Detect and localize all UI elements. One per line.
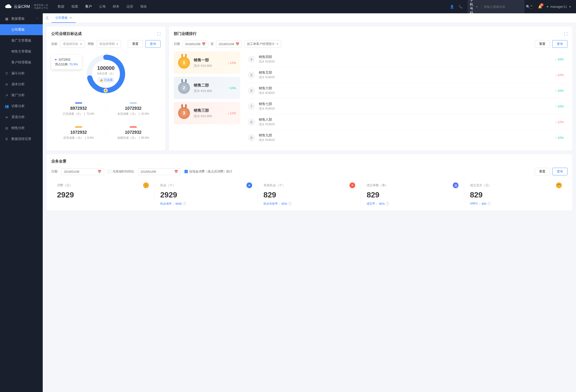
rank-row: 7销售七部流水 ¥19020↑10% — [244, 99, 568, 114]
rank-number: 8 — [248, 119, 255, 126]
phone-icon[interactable]: 📞 — [459, 5, 463, 8]
sidebar-sub-item[interactable]: 推广主管看板 — [0, 35, 43, 46]
kpi-icon: 💳 — [556, 182, 562, 188]
sidebar-item[interactable]: ⎘数据流转记录 — [0, 133, 43, 145]
target-select[interactable]: 请选择目标▼ — [60, 40, 85, 48]
date-to-input[interactable]: 2018/01/08📅 — [216, 41, 242, 48]
kpi-icon: ▤ — [453, 182, 459, 188]
menu-icon: 👥 — [5, 104, 8, 108]
reset-button[interactable]: 重置 — [128, 40, 143, 48]
chevron-down-icon: ▼ — [569, 5, 571, 8]
search-input[interactable] — [484, 5, 523, 8]
menu-icon: ⊙ — [5, 82, 8, 86]
nav-item[interactable]: 数据 — [58, 4, 64, 9]
kpi-icon: ➤ — [246, 182, 252, 188]
panel-target-achievement: 公司业绩目标达成 ⛶ 目标 请选择目标▼ 周期 请选择周期▼ 重置 查询 — [47, 27, 165, 151]
sidebar-item[interactable]: ⊙成本分析 — [0, 79, 43, 90]
stat-cell: 1072932超额完成（元） | 89.9% — [106, 124, 161, 142]
kpi-card: 机会（个）➤2929机会成本：¥948? — [155, 182, 258, 206]
top-header: 云朵CRM 教育机构一站 式服务云平台 数据线索客户公海财务运营报名 👤 📞 手… — [0, 0, 576, 13]
status-dot-icon — [547, 6, 548, 7]
cloud-icon — [5, 4, 12, 9]
rank-row: 8销售八部流水 ¥19020↓12% — [244, 114, 568, 130]
mobile-icon[interactable]: 📱 — [529, 5, 533, 8]
sidebar-group-dashboard[interactable]: ▦数据看板 ⌃ — [0, 13, 43, 24]
menu-collapse-icon[interactable]: ☰ — [46, 16, 49, 20]
compare-date-input[interactable]: 2018/01/08📅 — [138, 168, 181, 175]
arrow-up-icon: ↑ — [555, 58, 557, 61]
tab-company-board[interactable]: 公司看板 ✕ — [52, 13, 76, 23]
reset-button[interactable]: 重置 — [535, 40, 550, 48]
arrow-down-icon: ↓ — [555, 73, 557, 77]
nav-item[interactable]: 运营 — [127, 4, 133, 9]
kpi-icon: 💰 — [143, 182, 149, 188]
stat-type-select[interactable]: 按工单客户经理统计▼ — [244, 40, 281, 48]
help-icon[interactable]: ? — [386, 202, 389, 206]
stat-cell: 1072932未完成量（元） | 20.9% — [106, 100, 161, 118]
expand-icon[interactable]: ⛶ — [564, 32, 568, 36]
medal-icon: 1 — [178, 57, 190, 69]
nav-item[interactable]: 客户 — [85, 4, 92, 9]
chevron-down-icon: ▼ — [80, 43, 82, 45]
arrow-down-icon: ↓ — [555, 120, 557, 124]
nav-item[interactable]: 报名 — [140, 4, 147, 9]
logo-text: 云朵CRM — [14, 4, 30, 9]
rank-number: 9 — [248, 134, 255, 141]
rank-number: 4 — [248, 56, 255, 63]
cash-checkbox[interactable]: ✓按现金消费（返点后消费）统计 — [184, 169, 232, 174]
sidebar-sub-item[interactable]: 销售主管看板 — [0, 46, 43, 57]
bell-icon[interactable]: 🔔5 — [538, 5, 542, 8]
chevron-up-icon: ⌃ — [36, 18, 38, 20]
query-button[interactable]: 查询 — [552, 40, 568, 48]
svg-point-2 — [104, 89, 107, 92]
kpi-card: 有效机会（个）✦829机会有效率：80%? — [258, 182, 361, 206]
compare-checkbox[interactable]: 与其他时间对比 — [108, 169, 134, 174]
search-type-select[interactable]: 手机号码 — [470, 0, 473, 15]
panel-title: 公司业绩目标达成 — [51, 31, 82, 36]
sidebar-item[interactable]: ▽漏斗分析 — [0, 68, 43, 79]
overview-date-input[interactable]: 2018/01/08📅 — [61, 168, 104, 175]
arrow-up-icon: ↑ — [555, 89, 557, 92]
sidebar-item[interactable]: ◎销售分析 — [0, 122, 43, 133]
query-button[interactable]: 查询 — [145, 40, 161, 48]
sidebar-item[interactable]: 👥访客分析 — [0, 101, 43, 112]
help-icon[interactable]: ? — [488, 202, 491, 206]
logo: 云朵CRM 教育机构一站 式服务云平台 — [5, 4, 48, 9]
top-nav: 数据线索客户公海财务运营报名 — [58, 4, 450, 9]
rank-card: 1销售一部流水 ¥10,900↓12% — [174, 52, 240, 74]
kpi-card: 成交流水（元）💳829ARPU：¥80? — [464, 182, 568, 206]
date-from-input[interactable]: 2018/01/08📅 — [182, 41, 208, 48]
arrow-up-icon: ↑ — [228, 86, 229, 90]
rank-number: 5 — [248, 71, 255, 79]
close-icon[interactable]: ✕ — [70, 16, 72, 20]
calendar-icon: 📅 — [235, 42, 239, 46]
help-icon[interactable]: ? — [183, 202, 186, 206]
arrow-down-icon: ↓ — [228, 61, 229, 65]
panel-business-overview: 业务全景 日期 2018/01/08📅 与其他时间对比 2018/01/08📅 … — [47, 154, 572, 211]
nav-item[interactable]: 公海 — [99, 4, 106, 9]
kpi-card: 消费（元）💰2929 — [51, 182, 155, 206]
chevron-down-icon: ▼ — [116, 43, 118, 45]
query-button[interactable]: 查询 — [552, 168, 568, 175]
period-select[interactable]: 请选择周期▼ — [97, 40, 121, 48]
rank-number: 7 — [248, 103, 255, 110]
user-menu[interactable]: manager11 ▼ — [547, 5, 571, 8]
arrow-up-icon: ↑ — [555, 105, 557, 108]
sidebar-item[interactable]: ∞渠道分析 — [0, 112, 43, 122]
expand-icon[interactable]: ⛶ — [157, 32, 161, 36]
reset-button[interactable]: 重置 — [535, 168, 550, 175]
rank-row: 4销售四部流水 ¥19020↑10% — [244, 52, 568, 67]
sidebar-item[interactable]: ↗推广分析 — [0, 90, 43, 101]
thumbs-up-icon: 👍 — [99, 78, 103, 82]
sidebar-sub-item[interactable]: 公司看板 — [0, 24, 43, 35]
nav-item[interactable]: 财务 — [113, 4, 119, 9]
nav-item[interactable]: 线索 — [71, 4, 78, 9]
sidebar-sub-item[interactable]: 客户经理看板 — [0, 57, 43, 68]
menu-icon: ∞ — [5, 115, 8, 119]
arrow-up-icon: ↑ — [555, 136, 557, 139]
user-icon[interactable]: 👤 — [450, 5, 454, 8]
stat-cell: 1072932应完成量（元） | 8.9% — [51, 124, 106, 142]
calendar-icon: 📅 — [98, 170, 101, 173]
help-icon[interactable]: ? — [288, 202, 291, 206]
menu-icon: ▽ — [5, 71, 8, 75]
